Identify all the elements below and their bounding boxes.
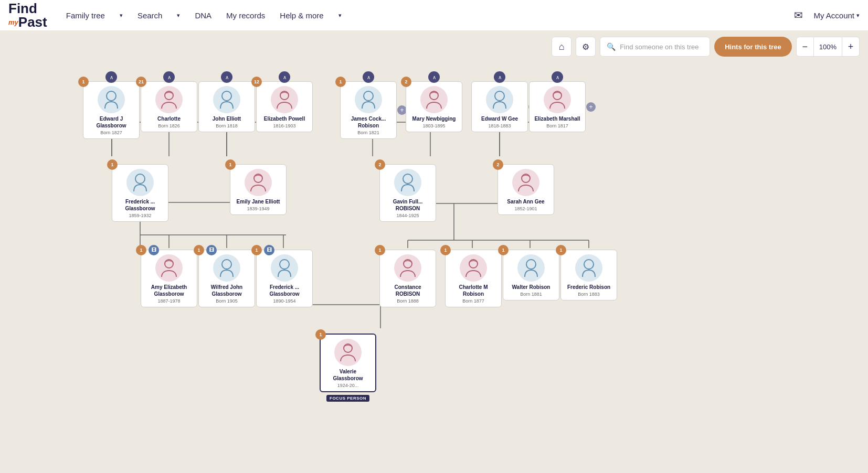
nav-my-records[interactable]: My records	[226, 11, 265, 20]
nav-help[interactable]: Help & more	[280, 11, 323, 20]
nav-items: Family tree ▾ Search ▾ DNA My records He…	[66, 11, 795, 20]
main-nav: Find my Past Family tree ▾ Search ▾ DNA …	[0, 0, 868, 30]
logo[interactable]: Find my Past	[8, 2, 47, 29]
nav-dna[interactable]: DNA	[195, 11, 211, 20]
mail-icon[interactable]: ✉	[794, 9, 803, 22]
my-account-button[interactable]: My Account ▾	[813, 11, 860, 20]
nav-family-tree[interactable]: Family tree	[66, 11, 105, 20]
nav-right: ✉ My Account ▾	[794, 9, 860, 22]
nav-search[interactable]: Search	[137, 11, 163, 20]
